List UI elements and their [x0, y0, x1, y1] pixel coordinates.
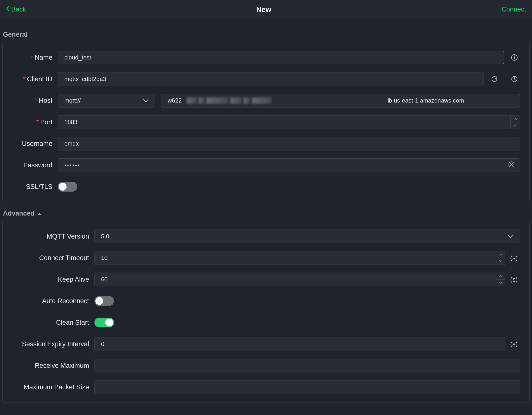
name-input[interactable]: [58, 51, 504, 64]
page-title: New: [256, 5, 271, 14]
label-connect-timeout: Connect Timeout: [10, 254, 94, 262]
spinner-down-icon[interactable]: [496, 258, 505, 265]
connect-timeout-input[interactable]: [94, 251, 496, 265]
password-input[interactable]: [58, 158, 520, 172]
general-panel: *Name *Client ID: [2, 42, 530, 202]
auto-reconnect-toggle[interactable]: [94, 296, 114, 306]
row-auto-reconnect: Auto Reconnect: [10, 293, 520, 309]
required-mark: *: [36, 118, 39, 126]
refresh-icon[interactable]: [489, 76, 500, 82]
row-receive-max: Receive Maximum: [10, 357, 520, 374]
row-session-expiry: Session Expiry Interval (s): [10, 336, 520, 352]
label-receive-max: Receive Maximum: [10, 362, 94, 369]
chevron-down-icon: [143, 97, 149, 104]
keep-alive-spinner[interactable]: [496, 273, 505, 286]
spinner-up-icon[interactable]: [511, 115, 520, 122]
row-host: *Host mqtt:// w622 lb.us-east-1.amazonaw…: [10, 92, 520, 109]
advanced-panel: MQTT Version 5.0 Connect Timeout: [2, 221, 530, 403]
protocol-value: mqtt://: [64, 97, 81, 104]
section-title-general: General: [2, 23, 530, 42]
port-input[interactable]: [58, 115, 511, 129]
spinner-up-icon[interactable]: [496, 273, 505, 280]
max-packet-input[interactable]: [94, 380, 520, 394]
label-session-expiry: Session Expiry Interval: [10, 340, 94, 348]
protocol-select[interactable]: mqtt://: [58, 94, 155, 107]
label-port: *Port: [10, 118, 58, 126]
label-name: *Name: [10, 54, 58, 61]
row-port: *Port: [10, 114, 520, 130]
chevron-left-icon: [6, 6, 10, 13]
mqtt-version-value: 5.0: [101, 233, 109, 240]
section-title-advanced[interactable]: Advanced: [2, 202, 530, 221]
username-input[interactable]: [58, 137, 520, 150]
label-username: Username: [10, 140, 58, 148]
required-mark: *: [23, 75, 26, 83]
unit-seconds: (s): [510, 276, 520, 283]
svg-rect-2: [514, 57, 515, 59]
row-password: Password: [10, 157, 520, 173]
row-clean-start: Clean Start: [10, 314, 520, 331]
row-max-packet: Maximum Packet Size: [10, 379, 520, 395]
label-ssl: SSL/TLS: [10, 183, 58, 191]
client-id-input[interactable]: [58, 72, 484, 86]
clear-icon[interactable]: [508, 161, 515, 169]
spinner-down-icon[interactable]: [496, 280, 505, 286]
host-suffix: lb.us-east-1.amazonaws.com: [388, 97, 464, 104]
port-spinner[interactable]: [511, 115, 520, 129]
header-bar: Back New Connect: [0, 0, 532, 19]
required-mark: *: [35, 97, 37, 104]
row-mqtt-version: MQTT Version 5.0: [10, 228, 520, 244]
session-expiry-input[interactable]: [94, 337, 505, 351]
connect-timeout-spinner[interactable]: [496, 251, 505, 265]
ssl-toggle[interactable]: [58, 182, 77, 192]
label-host: *Host: [10, 97, 58, 104]
receive-max-input[interactable]: [94, 359, 520, 372]
info-icon[interactable]: [509, 54, 520, 61]
label-mqtt-version: MQTT Version: [10, 233, 94, 240]
label-clean-start: Clean Start: [10, 319, 94, 326]
row-username: Username: [10, 136, 520, 152]
label-keep-alive: Keep Alive: [10, 276, 94, 283]
label-client-id: *Client ID: [10, 75, 58, 83]
keep-alive-input[interactable]: [94, 273, 496, 286]
host-prefix: w622: [168, 97, 182, 104]
back-button[interactable]: Back: [6, 6, 26, 13]
label-auto-reconnect: Auto Reconnect: [10, 297, 94, 305]
row-keep-alive: Keep Alive (s): [10, 271, 520, 288]
clock-icon[interactable]: [509, 76, 520, 82]
svg-point-1: [514, 56, 515, 57]
chevron-down-icon: [508, 233, 513, 240]
row-client-id: *Client ID: [10, 71, 520, 87]
advanced-label: Advanced: [3, 210, 35, 217]
row-connect-timeout: Connect Timeout (s): [10, 250, 520, 266]
label-password: Password: [10, 161, 58, 169]
clean-start-toggle[interactable]: [94, 318, 114, 327]
row-ssl: SSL/TLS: [10, 179, 520, 195]
spinner-down-icon[interactable]: [511, 122, 520, 129]
unit-seconds: (s): [510, 254, 520, 262]
connect-button[interactable]: Connect: [501, 6, 526, 13]
required-mark: *: [31, 54, 33, 61]
unit-seconds: (s): [510, 340, 520, 348]
row-name: *Name: [10, 49, 520, 66]
caret-up-icon: [37, 210, 42, 217]
label-max-packet: Maximum Packet Size: [10, 383, 94, 391]
spinner-up-icon[interactable]: [496, 251, 505, 258]
host-input[interactable]: w622 lb.us-east-1.amazonaws.com: [161, 94, 520, 107]
back-label: Back: [11, 6, 26, 13]
mqtt-version-select[interactable]: 5.0: [94, 230, 520, 243]
